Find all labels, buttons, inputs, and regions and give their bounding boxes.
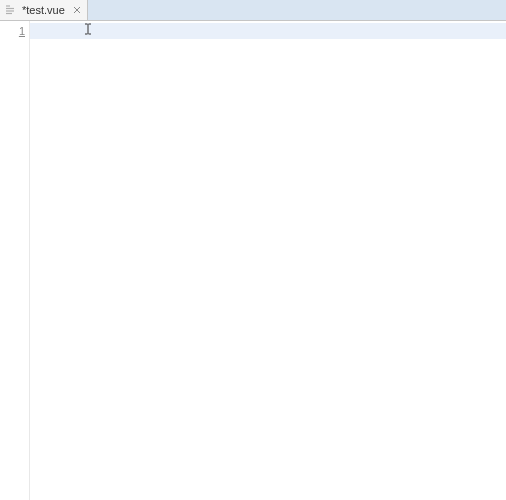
current-line-highlight: [30, 23, 506, 39]
editor-container: 1: [0, 21, 506, 500]
line-number-gutter: 1: [0, 21, 30, 500]
editor-tab[interactable]: *test.vue: [0, 0, 88, 20]
line-number: 1: [0, 23, 29, 39]
file-icon: [4, 3, 18, 17]
tab-bar: *test.vue: [0, 0, 506, 21]
close-icon[interactable]: [71, 4, 83, 16]
editor-area[interactable]: [30, 21, 506, 500]
tab-filename: *test.vue: [22, 4, 65, 16]
